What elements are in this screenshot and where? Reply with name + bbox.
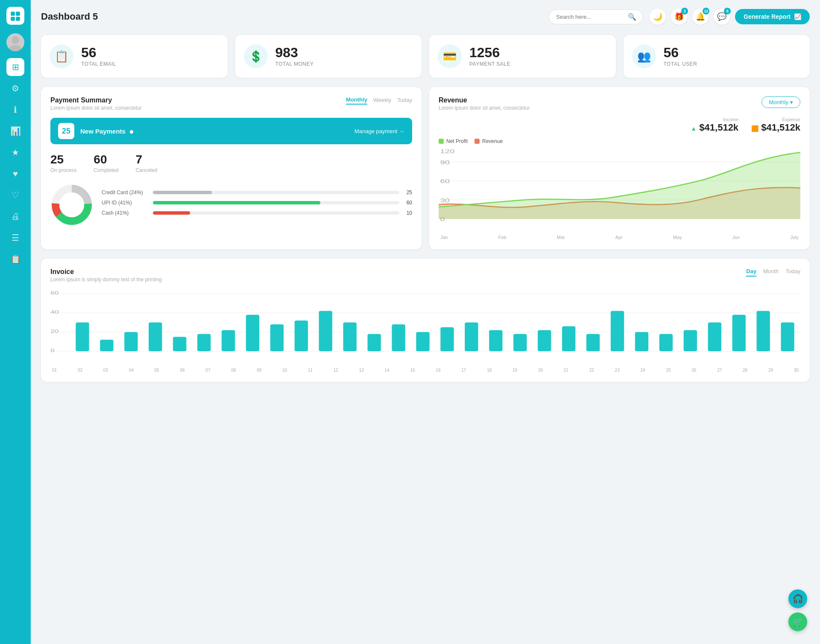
bar-x-label: 07 — [205, 368, 210, 373]
bar-x-label: 10 — [282, 368, 287, 373]
gift-badge: 2 — [681, 8, 688, 15]
sidebar-item-likes[interactable]: ♥ — [6, 165, 24, 183]
gift-btn[interactable]: 🎁 2 — [671, 9, 687, 25]
svg-text:60: 60 — [50, 290, 59, 295]
cart-float-btn[interactable]: 🛒 — [788, 612, 807, 631]
sidebar-item-dashboard[interactable]: ⊞ — [6, 58, 24, 76]
avatar[interactable] — [6, 33, 24, 51]
svg-text:120: 120 — [440, 148, 454, 155]
credit-card-count: 25 — [404, 189, 412, 195]
sidebar-item-saved[interactable]: ♡ — [6, 186, 24, 204]
chevron-down-icon: ▾ — [790, 99, 793, 105]
manage-payment-link[interactable]: Manage payment → — [354, 128, 404, 134]
revenue-monthly-btn[interactable]: Monthly ▾ — [761, 96, 800, 108]
payment-stats-row: 25 On process 60 Completed 7 Canceled — [50, 153, 412, 173]
search-input[interactable] — [556, 14, 624, 20]
area-chart: 0 30 60 90 120 — [439, 148, 800, 233]
x-label-may: May — [673, 235, 682, 240]
svg-text:0: 0 — [50, 348, 55, 353]
svg-rect-28 — [76, 323, 89, 352]
x-label-mar: Mar — [557, 235, 565, 240]
svg-rect-2 — [11, 17, 15, 21]
svg-rect-51 — [635, 332, 648, 351]
payment-tabs: Monthly Weekly Today — [346, 96, 412, 105]
new-payments-left: 25 New Payments — [58, 123, 133, 139]
sidebar-item-settings[interactable]: ⚙ — [6, 79, 24, 97]
search-box[interactable]: 🔍 — [549, 9, 643, 24]
content-row: Payment Summary Lorem ipsum dolor sit am… — [41, 87, 810, 249]
svg-rect-52 — [659, 334, 673, 352]
total-user-value: 56 — [664, 46, 697, 59]
svg-rect-42 — [416, 332, 429, 351]
reports-icon: 📋 — [10, 254, 21, 264]
sidebar-item-info[interactable]: ℹ — [6, 101, 24, 119]
svg-text:30: 30 — [440, 197, 450, 204]
cash-fill — [153, 211, 190, 215]
svg-rect-46 — [513, 334, 527, 352]
bell-btn[interactable]: 🔔 12 — [692, 9, 709, 25]
invoice-header: Invoice Lorem Ipsum is simply dummy text… — [50, 268, 800, 283]
expense-block: Expense 🟧 $41,512k — [751, 117, 800, 133]
sidebar-item-favorites[interactable]: ★ — [6, 143, 24, 161]
new-payments-count: 25 — [58, 123, 74, 139]
svg-rect-29 — [100, 340, 113, 351]
svg-rect-41 — [392, 324, 405, 351]
sidebar-item-menu[interactable]: ☰ — [6, 229, 24, 247]
invoice-panel: Invoice Lorem Ipsum is simply dummy text… — [41, 259, 810, 382]
tab-month[interactable]: Month — [763, 268, 779, 277]
tab-today[interactable]: Today — [397, 97, 412, 104]
total-user-label: TOTAL USER — [664, 61, 697, 67]
payment-methods: Credit Card (24%) 25 UPI ID (41%) 60 — [50, 184, 412, 226]
generate-report-label: Generate Report — [744, 13, 791, 20]
gear-icon: ⚙ — [12, 83, 19, 93]
sidebar-item-analytics[interactable]: 📊 — [6, 122, 24, 140]
bar-x-label: 23 — [615, 368, 620, 373]
credit-card-fill — [153, 191, 212, 194]
upi-label: UPI ID (41%) — [102, 200, 149, 206]
revenue-panel: Revenue Lorem ipsum dolor sit amet, cons… — [429, 87, 810, 249]
x-label-apr: Apr — [615, 235, 623, 240]
svg-rect-33 — [197, 334, 211, 352]
tab-weekly[interactable]: Weekly — [373, 97, 391, 104]
bar-chart-x-labels: 0102030405060708091011121314151617181920… — [50, 368, 800, 373]
monthly-label: Monthly — [769, 99, 788, 105]
sidebar-item-print[interactable]: 🖨 — [6, 207, 24, 225]
chart-legend: Net Profit Revenue — [439, 138, 800, 144]
heart-outline-icon: ♡ — [12, 190, 19, 200]
main-content: Dashboard 5 🔍 🌙 🎁 2 🔔 12 💬 5 Generate Re — [31, 0, 820, 644]
payment-summary-panel: Payment Summary Lorem ipsum dolor sit am… — [41, 87, 422, 249]
bar-x-label: 18 — [487, 368, 492, 373]
bar-x-label: 17 — [461, 368, 466, 373]
bar-x-label: 13 — [359, 368, 364, 373]
svg-rect-36 — [270, 324, 284, 351]
canceled-value: 7 — [135, 153, 157, 166]
stat-card-payment: 💳 1256 PAYMENT SALE — [429, 35, 616, 78]
bar-x-label: 28 — [743, 368, 747, 373]
svg-text:40: 40 — [50, 309, 59, 315]
print-icon: 🖨 — [11, 212, 20, 221]
svg-rect-44 — [465, 323, 478, 352]
sidebar-logo — [6, 7, 24, 25]
svg-point-4 — [12, 36, 19, 44]
chat-float-btn[interactable]: 🎧 — [788, 589, 807, 608]
info-icon: ℹ — [14, 105, 17, 115]
svg-rect-49 — [586, 334, 600, 352]
sidebar-item-reports[interactable]: 📋 — [6, 250, 24, 268]
svg-rect-48 — [562, 326, 575, 352]
dark-mode-btn[interactable]: 🌙 — [650, 9, 666, 25]
stat-card-money: 💲 983 TOTAL MONEY — [235, 35, 422, 78]
bell-badge: 12 — [703, 8, 709, 15]
payment-summary-title: Payment Summary — [50, 96, 141, 104]
tab-today[interactable]: Today — [785, 268, 800, 277]
headset-icon: 🎧 — [793, 594, 803, 604]
tab-monthly[interactable]: Monthly — [346, 96, 367, 105]
tab-day[interactable]: Day — [746, 268, 756, 277]
expense-title: Expense — [751, 117, 800, 122]
payment-summary-header: Payment Summary Lorem ipsum dolor sit am… — [50, 96, 412, 111]
chat-btn[interactable]: 💬 5 — [714, 9, 730, 25]
svg-rect-40 — [368, 334, 381, 352]
upi-bar — [153, 201, 399, 204]
star-icon: ★ — [12, 147, 19, 157]
svg-rect-35 — [246, 315, 259, 352]
generate-report-button[interactable]: Generate Report 📈 — [735, 9, 810, 24]
